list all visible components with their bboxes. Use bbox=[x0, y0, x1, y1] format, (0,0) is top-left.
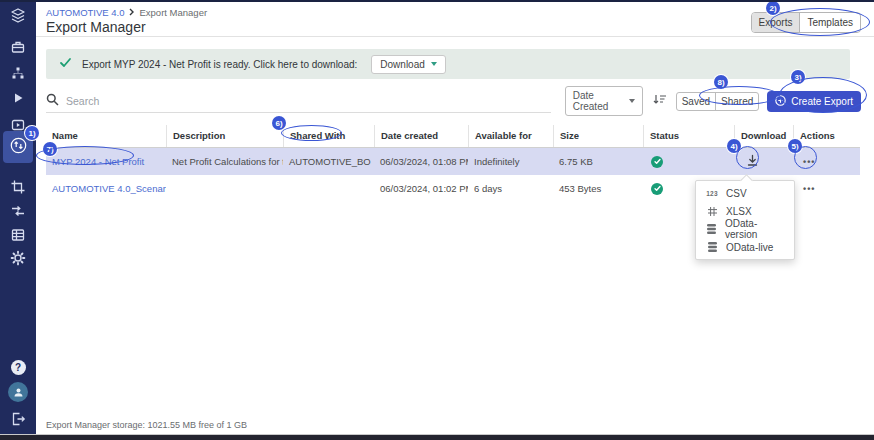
col-header-available-for: Available for bbox=[468, 125, 553, 147]
main-content: AUTOMOTIVE 4.0 Export Manager Export Man… bbox=[36, 0, 874, 440]
artboard-icon bbox=[10, 179, 26, 195]
org-chart-icon bbox=[10, 65, 26, 81]
col-header-status: Status bbox=[643, 125, 734, 147]
menu-item-label: OData-live bbox=[726, 242, 773, 253]
col-header-actions: Actions bbox=[793, 125, 860, 147]
play-icon bbox=[11, 91, 25, 105]
sidebar-item-modeler[interactable] bbox=[0, 65, 36, 81]
window-bottom-border bbox=[0, 435, 874, 440]
chevron-down-icon bbox=[431, 62, 437, 66]
success-check-icon bbox=[59, 55, 72, 73]
menu-item-label: OData-version bbox=[725, 218, 785, 240]
breadcrumb-chevron-icon bbox=[128, 7, 135, 18]
status-success-icon bbox=[651, 183, 663, 195]
sort-direction-button[interactable] bbox=[652, 92, 667, 110]
sidebar-item-settings[interactable] bbox=[0, 250, 36, 266]
table-header-row: Name Description Shared With Date create… bbox=[46, 125, 860, 148]
col-header-date-created: Date created bbox=[374, 125, 468, 147]
table-row[interactable]: MYP 2024 - Net Profit Net Profit Calcula… bbox=[46, 148, 860, 175]
logout-icon bbox=[10, 411, 26, 427]
banner-download-button[interactable]: Download bbox=[371, 55, 445, 74]
col-header-description: Description bbox=[166, 125, 283, 147]
menu-item-odata-version[interactable]: OData-version bbox=[696, 220, 794, 238]
xlsx-grid-icon bbox=[705, 206, 719, 217]
banner-message: Export MYP 2024 - Net Profit is ready. C… bbox=[82, 59, 357, 70]
sidebar-item-files[interactable] bbox=[0, 39, 36, 55]
page-header: AUTOMOTIVE 4.0 Export Manager Export Man… bbox=[36, 0, 874, 37]
app-sidebar: ? bbox=[0, 0, 36, 440]
storage-status: Export Manager storage: 1021.55 MB free … bbox=[46, 420, 247, 430]
banner-download-label: Download bbox=[380, 59, 424, 70]
view-tabs: Exports Templates bbox=[751, 12, 861, 33]
menu-item-label: CSV bbox=[726, 188, 747, 199]
create-export-button[interactable]: Create Export bbox=[767, 91, 861, 112]
export-name-link[interactable]: AUTOMOTIVE 4.0_Scenario Pla... bbox=[52, 183, 166, 194]
sort-descending-icon bbox=[652, 92, 667, 110]
tab-templates[interactable]: Templates bbox=[800, 13, 860, 32]
export-manager-icon bbox=[9, 136, 28, 159]
toolbar: Date Created Saved Shared Create Export bbox=[46, 89, 861, 113]
search-field bbox=[46, 89, 551, 113]
window-top-border bbox=[0, 0, 874, 2]
create-export-label: Create Export bbox=[791, 96, 853, 107]
filter-saved-button[interactable]: Saved bbox=[677, 93, 716, 110]
sidebar-item-datasets[interactable] bbox=[0, 227, 36, 243]
col-header-name: Name bbox=[46, 125, 166, 147]
swap-arrows-icon bbox=[10, 203, 26, 219]
sidebar-item-stories[interactable] bbox=[0, 91, 36, 105]
breadcrumb: AUTOMOTIVE 4.0 Export Manager bbox=[46, 7, 874, 18]
database-icon bbox=[705, 241, 719, 253]
cell-available-for: 6 days bbox=[468, 183, 553, 194]
search-icon bbox=[46, 92, 59, 110]
user-avatar-icon bbox=[8, 382, 28, 402]
filter-shared-button[interactable]: Shared bbox=[716, 93, 758, 110]
sidebar-item-logout[interactable] bbox=[0, 411, 36, 427]
breadcrumb-current: Export Manager bbox=[139, 7, 207, 18]
briefcase-icon bbox=[10, 39, 26, 55]
cell-date-created: 06/03/2024, 01:08 PM bbox=[374, 156, 468, 167]
cell-available-for: Indefinitely bbox=[468, 156, 553, 167]
sidebar-item-home[interactable] bbox=[0, 7, 36, 25]
plus-circle-icon bbox=[775, 95, 786, 108]
col-header-download: Download bbox=[734, 125, 793, 147]
cell-size: 6.75 KB bbox=[553, 156, 643, 167]
sidebar-item-export-manager[interactable] bbox=[3, 131, 33, 163]
breadcrumb-root-link[interactable]: AUTOMOTIVE 4.0 bbox=[46, 7, 124, 18]
row-download-button[interactable] bbox=[746, 154, 759, 167]
cell-description: Net Profit Calculations for the ... bbox=[166, 156, 283, 167]
sidebar-item-profile[interactable] bbox=[0, 382, 36, 402]
sidebar-item-transport[interactable] bbox=[0, 203, 36, 219]
page-title: Export Manager bbox=[46, 19, 874, 35]
csv-123-icon: 123 bbox=[705, 190, 719, 197]
cell-shared-with: AUTOMOTIVE_BO bbox=[283, 156, 374, 167]
tab-exports[interactable]: Exports bbox=[752, 13, 801, 32]
layers-logo-icon bbox=[9, 7, 27, 25]
chevron-down-icon bbox=[629, 99, 635, 103]
settings-gear-icon bbox=[10, 250, 26, 266]
menu-item-odata-live[interactable]: OData-live bbox=[696, 238, 794, 256]
more-actions-button[interactable]: ••• bbox=[803, 184, 815, 194]
export-name-link[interactable]: MYP 2024 - Net Profit bbox=[52, 156, 144, 167]
sort-by-value: Date Created bbox=[573, 90, 629, 112]
sidebar-item-canvas[interactable] bbox=[0, 179, 36, 195]
search-input[interactable] bbox=[66, 95, 551, 107]
sidebar-item-help[interactable]: ? bbox=[0, 360, 36, 375]
help-icon: ? bbox=[11, 360, 26, 375]
cell-date-created: 06/03/2024, 01:02 PM bbox=[374, 183, 468, 194]
success-banner: Export MYP 2024 - Net Profit is ready. C… bbox=[46, 49, 850, 79]
filter-segmented-control: Saved Shared bbox=[676, 92, 760, 111]
cell-size: 453 Bytes bbox=[553, 183, 643, 194]
more-actions-button[interactable]: ••• bbox=[803, 157, 815, 167]
col-header-size: Size bbox=[553, 125, 643, 147]
sort-by-select[interactable]: Date Created bbox=[565, 86, 643, 116]
table-grid-icon bbox=[10, 227, 26, 243]
menu-item-csv[interactable]: 123 CSV bbox=[696, 184, 794, 202]
download-format-menu: 123 CSV XLSX OData-version bbox=[695, 180, 795, 260]
col-header-shared-with: Shared With bbox=[283, 125, 374, 147]
status-success-icon bbox=[651, 156, 663, 168]
menu-item-label: XLSX bbox=[726, 206, 752, 217]
database-icon bbox=[705, 223, 718, 235]
